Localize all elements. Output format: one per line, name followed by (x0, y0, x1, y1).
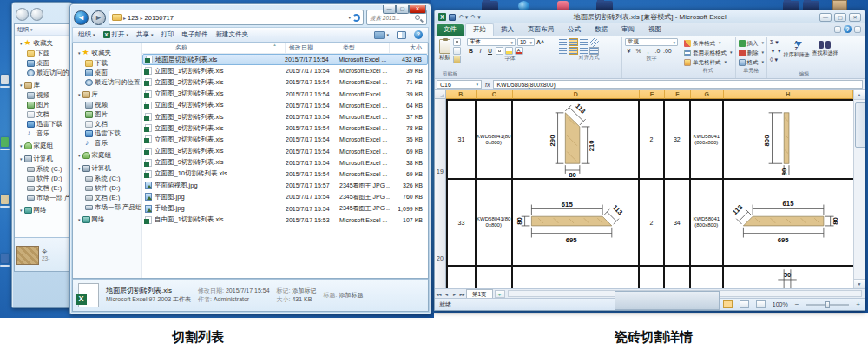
change-view-button[interactable]: ▾ (374, 31, 389, 39)
borders-icon[interactable] (496, 47, 503, 55)
desktop-icon[interactable] (1, 75, 9, 84)
expander-icon[interactable]: ▾ (20, 208, 23, 213)
column-header-D[interactable]: D (513, 90, 640, 99)
paste-button[interactable]: 粘贴 (439, 38, 450, 70)
maximize-button[interactable]: ▢ (834, 13, 846, 22)
cell-h21-drawing-partial[interactable]: 50 (724, 267, 853, 288)
normal-view-icon[interactable] (723, 300, 733, 308)
sidebar-item[interactable]: 迅雷下载 (15, 119, 69, 129)
column-header-C[interactable]: C (477, 90, 513, 99)
first-sheet-icon[interactable]: ◂◂ (435, 291, 443, 297)
cell-c19[interactable]: KWD58041(800x800) (477, 101, 513, 178)
back-button[interactable]: ◄ (74, 10, 89, 25)
row-header-20[interactable]: 20 (435, 255, 445, 261)
bold-button[interactable]: B (467, 47, 475, 55)
decrease-decimal-icon[interactable]: .00 (663, 47, 671, 55)
organize-button[interactable]: 组织▾ (78, 30, 95, 39)
open-button[interactable]: X打开▾ (103, 30, 129, 39)
cell-c20[interactable]: KWD58041(800x800) (477, 180, 513, 265)
search-input[interactable] (370, 15, 415, 21)
sidebar-item[interactable]: 最近访问的位置 (15, 68, 69, 77)
zoom-in-icon[interactable]: + (856, 301, 860, 308)
minimize-button[interactable]: — (819, 13, 832, 22)
email-button[interactable]: 电子邮件 (182, 30, 208, 39)
vertical-scrollbar[interactable]: ▲ ▼ (853, 90, 865, 288)
sidebar-group-libraries[interactable]: ▾库 (15, 80, 69, 90)
close-button[interactable]: ✕ (409, 5, 426, 14)
zoom-slider-knob[interactable] (825, 301, 830, 308)
underline-button[interactable]: U (486, 47, 494, 55)
page-layout-view-icon[interactable] (740, 300, 749, 308)
comma-icon[interactable]: , (644, 47, 652, 55)
share-button[interactable]: 共享▾ (136, 30, 154, 39)
column-header-date[interactable]: 修改日期 (286, 43, 339, 53)
column-header-F[interactable]: F (665, 90, 691, 99)
align-top-icon[interactable] (559, 39, 567, 45)
address-bar[interactable]: ▸ 123 ▸ 20150717 ▾ (108, 10, 364, 25)
sidebar-item[interactable]: 视频 (73, 100, 141, 109)
sidebar-item[interactable]: 视频 (15, 90, 69, 100)
scrollbar-thumb[interactable] (855, 102, 865, 148)
increase-decimal-icon[interactable]: .0 (654, 47, 661, 55)
sort-filter-button[interactable]: AZ 排序和筛选 (783, 38, 809, 70)
align-left-icon[interactable] (559, 48, 567, 54)
formula-input[interactable]: KWD58058(800x800) (493, 80, 863, 89)
print-button[interactable]: 打印 (161, 30, 174, 39)
format-painter-icon[interactable] (453, 56, 461, 63)
file-row[interactable]: 立面图_2切割砖列表.xls2015/7/17 15:54Microsoft E… (142, 76, 428, 88)
number-format-combo[interactable]: 常规▾ (625, 38, 678, 46)
scroll-down-icon[interactable]: ▼ (854, 279, 865, 288)
sidebar-item[interactable]: 市场一部 产品组 (专用) (73, 202, 141, 212)
cell-g19[interactable]: KWD58041(800x800) (691, 101, 724, 178)
zoom-out-icon[interactable]: − (795, 301, 799, 308)
tab-审阅[interactable]: 审阅 (615, 24, 641, 36)
maximize-button[interactable]: ▢ (396, 5, 409, 14)
details-title-value[interactable]: 添加标题 (339, 292, 363, 298)
copy-icon[interactable] (453, 47, 461, 55)
cut-icon[interactable] (453, 38, 461, 46)
sidebar-item[interactable]: 音乐 (15, 129, 69, 138)
forward-icon[interactable] (30, 8, 43, 21)
cell-d20-drawing[interactable]: 615 113 80 695 (513, 180, 640, 265)
column-header-B[interactable]: B (446, 90, 477, 99)
cell-e19[interactable]: 2 (640, 101, 665, 178)
sidebar-item[interactable]: 图片 (15, 100, 69, 109)
sidebar-item[interactable]: 市场一部 产品组 (专用) (15, 193, 69, 202)
cell-b20[interactable]: 33 (446, 180, 477, 265)
sidebar-item[interactable]: 下载 (73, 58, 141, 68)
currency-icon[interactable]: ¥ (625, 47, 633, 55)
sidebar-group-network[interactable]: ▾网络 (73, 215, 141, 225)
font-size-combo[interactable]: 10▾ (517, 38, 535, 46)
grow-font-icon[interactable]: A˄ (536, 38, 544, 46)
row-header-column[interactable]: 19 20 (435, 99, 446, 288)
tab-插入[interactable]: 插入 (494, 24, 521, 36)
file-row[interactable]: 平面图.jpg2015/7/17 15:542345看图王 JPG ...760… (142, 191, 428, 202)
sidebar-item[interactable]: 图片 (73, 109, 141, 119)
column-header-H[interactable]: H (724, 90, 853, 99)
file-row[interactable]: 立面图_5切割砖列表.xls2015/7/17 15:54Microsoft E… (142, 111, 428, 122)
sidebar-group-libraries[interactable]: ▾库 (73, 89, 141, 100)
name-box[interactable]: C16▾ (437, 80, 482, 89)
conditional-formatting-button[interactable]: 条件格式▾ (684, 38, 733, 48)
tab-视图[interactable]: 视图 (641, 24, 668, 36)
align-middle-icon[interactable] (569, 39, 577, 45)
sidebar-item[interactable]: 系统 (C:) (73, 174, 141, 183)
sidebar-item[interactable]: 下载 (15, 49, 69, 58)
expander-icon[interactable]: ▾ (20, 143, 23, 149)
excel-title-bar[interactable]: X ↶ ▾ ↷ ▾ 地面层切割砖列表.xls [兼容模式] - Microsof… (435, 10, 865, 23)
sheet-tab[interactable]: 第1页 (466, 289, 493, 298)
sidebar-group-favorites-star[interactable]: ▾收藏夹 (73, 48, 141, 58)
sidebar-group-computer[interactable]: ▾计算机 (15, 154, 69, 164)
percent-icon[interactable]: % (635, 47, 642, 55)
save-icon[interactable] (449, 14, 456, 21)
sidebar-item[interactable]: 文档 (15, 109, 69, 119)
tab-文件[interactable]: 文件 (437, 24, 464, 36)
background-explorer-window[interactable]: 组织▾ ▾收藏夹下载桌面最近访问的位置▾库视频图片文档迅雷下载音乐▾家庭组▾计算… (11, 2, 73, 308)
zoom-slider[interactable] (806, 304, 849, 306)
file-row[interactable]: 立面图_10切割砖列表.xls2015/7/17 15:54Microsoft … (142, 168, 428, 180)
italic-button[interactable]: I (477, 47, 484, 55)
minimize-ribbon-icon[interactable] (834, 26, 841, 33)
find-select-button[interactable]: 查找和选择 (812, 38, 838, 70)
sidebar-item[interactable]: 系统 (C:) (15, 164, 69, 174)
column-header-type[interactable]: 类型 (339, 43, 390, 53)
